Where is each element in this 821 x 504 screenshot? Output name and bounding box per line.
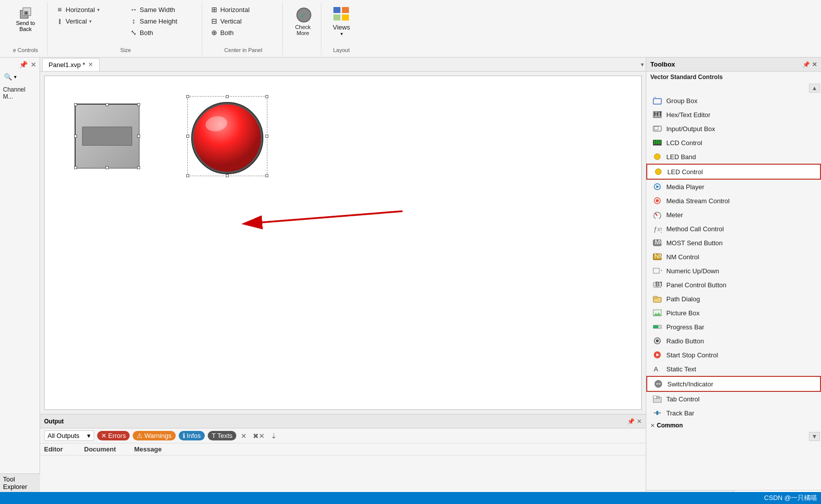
clear-all-button[interactable]: ✖✕ bbox=[251, 431, 266, 441]
toolbox-item-numericupdown[interactable]: ▲▼ Numeric Up/Down bbox=[646, 264, 821, 278]
same-width-button[interactable]: ↔ Same Width bbox=[128, 4, 198, 15]
views-button[interactable]: Views ▾ bbox=[327, 4, 355, 39]
led-svg bbox=[188, 96, 267, 176]
led-handle-br[interactable] bbox=[265, 174, 268, 177]
infos-filter-button[interactable]: ℹ Infos bbox=[179, 431, 205, 440]
mostsendbutton-icon: MO bbox=[652, 238, 662, 248]
toolbox-item-methodcallcontrol[interactable]: ƒxy Method Call Control bbox=[646, 222, 821, 236]
svg-point-27 bbox=[656, 199, 659, 202]
output-toolbar: All Outputs ▾ ✕ Errors ⚠ Warnings ℹ Info… bbox=[40, 428, 646, 443]
output-close-button[interactable]: ✕ bbox=[637, 418, 642, 425]
toolbox-item-panelcontrolbutton[interactable]: BTN Panel Control Button bbox=[646, 278, 821, 292]
handle-bottom-right[interactable] bbox=[137, 166, 140, 169]
toolbox-item-progressbar[interactable]: Progress Bar bbox=[646, 320, 821, 334]
common-section-header[interactable]: ✕ Common bbox=[646, 420, 821, 431]
led-handle-mr[interactable] bbox=[265, 135, 268, 138]
led-control[interactable] bbox=[187, 96, 267, 176]
dropdown-arrow: ▾ bbox=[87, 432, 91, 439]
mediastreamcontrol-icon bbox=[652, 196, 662, 206]
sidebar-pins: 📌 ✕ bbox=[2, 60, 38, 70]
check-more-button[interactable]: ✓ Check More bbox=[289, 4, 317, 38]
center-col: ⊞ Horizontal ⊟ Vertical ⊕ Both bbox=[208, 4, 278, 38]
panel1-tab[interactable]: Panel1.xvp * ✕ bbox=[42, 58, 100, 71]
common-expand-icon: ✕ bbox=[650, 422, 655, 429]
toolbox-close-button[interactable]: ✕ bbox=[812, 61, 817, 68]
toolbox-item-ledcontrol[interactable]: LED Control bbox=[646, 164, 821, 180]
check-icon: ✓ bbox=[294, 6, 312, 24]
output-dropdown[interactable]: All Outputs ▾ bbox=[44, 430, 94, 441]
design-canvas[interactable] bbox=[44, 76, 642, 410]
tab-close-button[interactable]: ✕ bbox=[88, 61, 93, 68]
vertical-center-button[interactable]: ⊟ Vertical bbox=[208, 16, 278, 27]
mediaplayer-icon bbox=[652, 182, 662, 192]
size-label: Size bbox=[120, 45, 131, 53]
toolbox-item-picturebox[interactable]: Picture Box bbox=[646, 306, 821, 320]
svg-text:A: A bbox=[654, 365, 658, 373]
texts-filter-button[interactable]: T Texts bbox=[208, 431, 236, 440]
vertical-align-button[interactable]: ⫿ Vertical ▾ bbox=[54, 16, 124, 27]
switchindicator-icon bbox=[653, 379, 663, 389]
toolbox-item-radiobutton[interactable]: Radio Button bbox=[646, 334, 821, 348]
infos-icon: ℹ bbox=[183, 432, 185, 439]
toolbox-item-trackbar[interactable]: Track Bar bbox=[646, 406, 821, 420]
clear-button[interactable]: ✕ bbox=[239, 431, 248, 441]
handle-mid-right[interactable] bbox=[137, 135, 140, 138]
horizontal-align-button[interactable]: ≡ Horizontal ▾ bbox=[54, 4, 124, 15]
toolbox-item-pathdialog[interactable]: Path Dialog bbox=[646, 292, 821, 306]
toolbox-item-inputoutputbox[interactable]: □ Input/Output Box bbox=[646, 122, 821, 136]
toolbox-item-nmcontrol[interactable]: NM NM Control bbox=[646, 250, 821, 264]
led-handle-bc[interactable] bbox=[226, 174, 229, 177]
led-handle-tr[interactable] bbox=[265, 95, 268, 98]
toolbox-item-ledband[interactable]: LED Band bbox=[646, 150, 821, 164]
both-center-button[interactable]: ⊕ Both bbox=[208, 27, 278, 38]
method-call-control[interactable] bbox=[75, 104, 140, 169]
pin-icon[interactable]: 📌 bbox=[18, 60, 29, 70]
tab-dropdown-button[interactable]: ▾ bbox=[639, 59, 646, 70]
output-header: Output 📌 ✕ bbox=[40, 414, 646, 428]
toolbox-item-mediaplayer[interactable]: Media Player bbox=[646, 180, 821, 194]
scroll-up-button[interactable]: ▲ bbox=[809, 84, 820, 93]
handle-top-right[interactable] bbox=[137, 103, 140, 106]
toolbox-item-startstopcontrol[interactable]: Start Stop Control bbox=[646, 348, 821, 362]
toolbox-item-hextexteditor[interactable]: HT Hex/Text Editor bbox=[646, 108, 821, 122]
send-to-back-button[interactable]: ▣ Send to Back bbox=[8, 4, 43, 34]
same-height-button[interactable]: ↕ Same Height bbox=[128, 16, 198, 27]
led-handle-tl[interactable] bbox=[186, 95, 189, 98]
scroll-button[interactable]: ⇣ bbox=[269, 431, 278, 441]
scroll-down-button[interactable]: ▼ bbox=[809, 432, 820, 441]
views-icon bbox=[332, 6, 350, 24]
radiobutton-icon bbox=[652, 336, 662, 346]
output-pin-button[interactable]: 📌 bbox=[627, 418, 635, 425]
dropdown-label: All Outputs bbox=[48, 432, 80, 439]
horizontal-center-button[interactable]: ⊞ Horizontal bbox=[208, 4, 278, 15]
handle-top-center[interactable] bbox=[106, 103, 109, 106]
toolbox-item-statictext[interactable]: A Static Text bbox=[646, 362, 821, 376]
led-handle-bl[interactable] bbox=[186, 174, 189, 177]
toolbox-item-lcdcontrol[interactable]: 88 LCD Control bbox=[646, 136, 821, 150]
close-sidebar-icon[interactable]: ✕ bbox=[30, 60, 38, 70]
handle-bottom-center[interactable] bbox=[106, 166, 109, 169]
sidebar-search-item[interactable]: 🔍 ▾ bbox=[2, 72, 38, 82]
toolbox-item-groupbox[interactable]: ▫ Group Box bbox=[646, 94, 821, 108]
handle-top-left[interactable] bbox=[74, 103, 77, 106]
errors-filter-button[interactable]: ✕ Errors bbox=[97, 431, 130, 440]
both-size-button[interactable]: ⤡ Both bbox=[128, 27, 198, 38]
toolbox-item-tabcontrol[interactable]: Tab Control bbox=[646, 392, 821, 406]
svg-point-23 bbox=[655, 169, 661, 175]
toolbox-item-switchindicator[interactable]: Switch/Indicator bbox=[646, 376, 821, 392]
led-handle-ml[interactable] bbox=[186, 135, 189, 138]
toolbox-pin-button[interactable]: 📌 bbox=[802, 61, 810, 68]
toolbox-item-mostsendbutton[interactable]: MO MOST Send Button bbox=[646, 236, 821, 250]
vertical-label: Vertical bbox=[66, 18, 87, 25]
horizontal-icon: ≡ bbox=[56, 6, 64, 14]
warnings-filter-button[interactable]: ⚠ Warnings bbox=[133, 431, 175, 440]
svg-rect-46 bbox=[653, 325, 658, 328]
trackbar-icon bbox=[652, 408, 662, 418]
handle-mid-left[interactable] bbox=[74, 135, 77, 138]
handle-bottom-left[interactable] bbox=[74, 166, 77, 169]
tool-explorer[interactable]: Tool Explorer bbox=[0, 473, 40, 492]
toolbox-item-mediastreamcontrol[interactable]: Media Stream Control bbox=[646, 194, 821, 208]
led-handle-tc[interactable] bbox=[226, 95, 229, 98]
same-width-label: Same Width bbox=[140, 6, 175, 14]
toolbox-item-meter[interactable]: Meter bbox=[646, 208, 821, 222]
